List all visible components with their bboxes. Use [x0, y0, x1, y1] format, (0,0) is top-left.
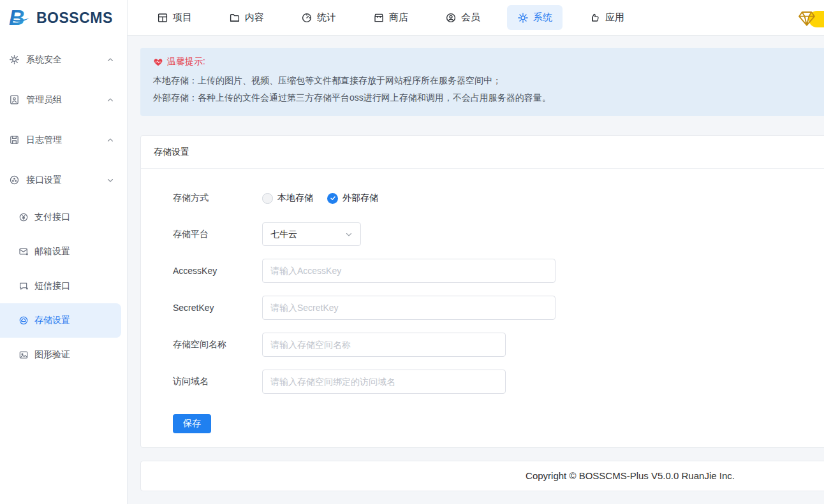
tab-label: 商店 [389, 11, 408, 24]
sidebar-item-system-security[interactable]: 系统安全 [0, 40, 127, 80]
tab-label: 统计 [317, 11, 336, 24]
mail-gear-icon [18, 247, 29, 257]
platform-select[interactable]: 七牛云 [262, 222, 361, 246]
sidebar-item-payment-api[interactable]: 支付接口 [0, 200, 127, 234]
radio-external-storage[interactable]: 外部存储 [327, 192, 378, 204]
sidebar-item-label: 存储设置 [34, 315, 70, 326]
sidebar-item-label: 日志管理 [26, 134, 62, 146]
admin-card-icon [9, 94, 20, 105]
payment-icon [18, 212, 29, 222]
form-row-storage-mode: 存储方式 本地存储 外部存储 [173, 187, 824, 210]
app-window: B BOSSCMS 系统安全 管理员组 [0, 0, 824, 504]
chevron-down-icon [345, 231, 353, 238]
card-title: 存储设置 [141, 136, 824, 169]
sidebar-menu: 系统安全 管理员组 日志管理 接口 [0, 36, 127, 372]
save-button[interactable]: 保存 [173, 414, 211, 433]
sidebar-item-api-settings[interactable]: 接口设置 [0, 160, 127, 200]
domain-input[interactable] [262, 370, 506, 394]
notice-line-local: 本地存储：上传的图片、视频、压缩包等文件都直接存放于网站程序所在服务器空间中； [153, 72, 824, 89]
sidebar-item-label: 接口设置 [26, 175, 62, 186]
tab-member[interactable]: 会员 [435, 5, 490, 30]
content-area: 温馨提示: 本地存储：上传的图片、视频、压缩包等文件都直接存放于网站程序所在服务… [128, 36, 824, 504]
field-label: 存储空间名称 [173, 339, 262, 350]
tab-shop[interactable]: 商店 [363, 5, 418, 30]
member-icon [445, 12, 457, 24]
brand-logo[interactable]: B BOSSCMS [0, 0, 127, 36]
copyright-footer: Copyright © BOSSCMS-Plus V5.0.0 RuanJie … [140, 461, 824, 491]
heart-pulse-icon [153, 57, 163, 67]
content-inner: 温馨提示: 本地存储：上传的图片、视频、压缩包等文件都直接存放于网站程序所在服务… [140, 48, 824, 491]
access-key-input[interactable] [262, 259, 555, 283]
tab-project[interactable]: 项目 [147, 5, 202, 30]
sidebar-item-captcha[interactable]: 图形验证 [0, 338, 127, 372]
sidebar-item-label: 邮箱设置 [34, 246, 70, 257]
chevron-up-icon [107, 96, 114, 104]
main-column: 项目 内容 统计 商店 会员 [128, 0, 824, 504]
field-label: 存储平台 [173, 229, 262, 240]
sms-gear-icon [18, 281, 29, 291]
tab-content[interactable]: 内容 [219, 5, 274, 30]
storage-settings-card: 存储设置 存储方式 本地存储 外部存储 [140, 135, 824, 448]
top-navbar: 项目 内容 统计 商店 会员 [128, 0, 824, 36]
shop-icon [373, 12, 385, 24]
tab-stats[interactable]: 统计 [291, 5, 346, 30]
field-label: 存储方式 [173, 192, 262, 204]
tab-label: 应用 [605, 11, 624, 24]
top-nav-menu: 项目 内容 统计 商店 会员 [147, 5, 635, 30]
sidebar-item-label: 支付接口 [34, 212, 70, 223]
sidebar-item-label: 短信接口 [34, 280, 70, 292]
chevron-up-icon [107, 56, 114, 64]
form-row-bucket: 存储空间名称 [173, 333, 824, 357]
chevron-down-icon [107, 176, 114, 184]
radio-label: 外部存储 [342, 192, 378, 204]
sidebar-item-label: 管理员组 [26, 94, 62, 106]
stats-icon [301, 12, 313, 24]
tip-notice: 温馨提示: 本地存储：上传的图片、视频、压缩包等文件都直接存放于网站程序所在服务… [140, 48, 824, 116]
radio-local-storage[interactable]: 本地存储 [262, 192, 313, 204]
storage-mode-radio-group: 本地存储 外部存储 [262, 192, 378, 204]
tab-label: 系统 [533, 11, 552, 24]
bosscms-logo-icon: B [8, 5, 33, 31]
notice-title: 温馨提示: [167, 56, 205, 68]
security-gear-icon [9, 54, 20, 65]
sidebar-item-label: 系统安全 [26, 54, 62, 66]
tab-system[interactable]: 系统 [507, 5, 563, 30]
captcha-image-icon [18, 350, 29, 360]
storage-cloud-icon [18, 315, 29, 326]
sidebar-item-sms-api[interactable]: 短信接口 [0, 269, 127, 303]
project-icon [157, 12, 168, 24]
notice-line-external: 外部存储：各种上传的文件会通过第三方存储平台oss进行网上存储和调用，不会占用服… [153, 89, 824, 106]
bucket-name-input[interactable] [262, 333, 506, 357]
tab-label: 内容 [245, 11, 264, 24]
chevron-up-icon [107, 136, 114, 144]
form-row-access-key: AccessKey [173, 259, 824, 283]
vip-badge[interactable] [795, 8, 824, 29]
sidebar: B BOSSCMS 系统安全 管理员组 [0, 0, 128, 504]
form-row-platform: 存储平台 七牛云 [173, 222, 824, 246]
system-gear-icon [517, 12, 529, 24]
sidebar-item-log-management[interactable]: 日志管理 [0, 120, 127, 160]
platform-selected-value: 七牛云 [270, 229, 297, 240]
form-row-secret-key: SecretKey [173, 296, 824, 320]
radio-unchecked-icon[interactable] [262, 193, 273, 204]
radio-checked-icon[interactable] [327, 193, 338, 204]
log-disk-icon [9, 134, 20, 145]
notice-title-row: 温馨提示: [153, 56, 824, 68]
sidebar-item-admin-group[interactable]: 管理员组 [0, 80, 127, 120]
field-label: 访问域名 [173, 376, 262, 387]
brand-name: BOSSCMS [36, 10, 113, 27]
tab-label: 会员 [461, 11, 480, 24]
radio-label: 本地存储 [277, 192, 313, 204]
storage-settings-form: 存储方式 本地存储 外部存储 [141, 169, 824, 447]
secret-key-input[interactable] [262, 296, 555, 320]
sidebar-item-storage-settings[interactable]: 存储设置 [0, 303, 121, 338]
tab-label: 项目 [173, 11, 192, 24]
svg-text:B: B [9, 5, 25, 29]
tab-app[interactable]: 应用 [579, 5, 635, 30]
sidebar-item-label: 图形验证 [34, 349, 70, 361]
form-row-domain: 访问域名 [173, 370, 824, 394]
field-label: AccessKey [173, 266, 262, 276]
diamond-icon [796, 8, 818, 31]
app-icon [589, 12, 601, 24]
sidebar-item-mail-settings[interactable]: 邮箱设置 [0, 234, 127, 269]
